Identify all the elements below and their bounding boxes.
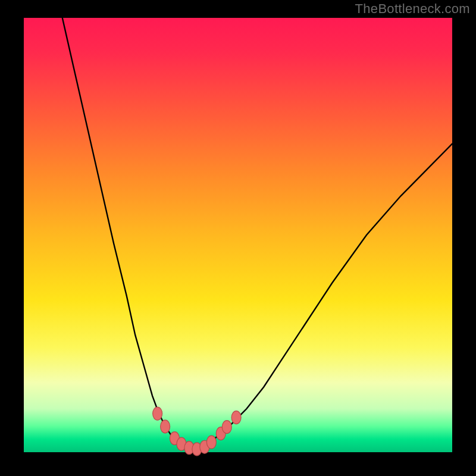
watermark-text: TheBottleneck.com: [355, 1, 470, 17]
marker-bead: [222, 421, 231, 434]
gradient-plot-area: [24, 18, 452, 452]
curve-layer: [24, 18, 452, 452]
marker-bead: [206, 436, 216, 449]
chart-canvas: TheBottleneck.com: [0, 0, 476, 476]
curve-left-branch: [62, 18, 195, 450]
marker-bead: [231, 411, 241, 424]
curve-right-branch: [195, 144, 452, 450]
marker-group: [153, 407, 241, 456]
marker-bead: [161, 420, 170, 433]
marker-bead: [153, 407, 162, 420]
